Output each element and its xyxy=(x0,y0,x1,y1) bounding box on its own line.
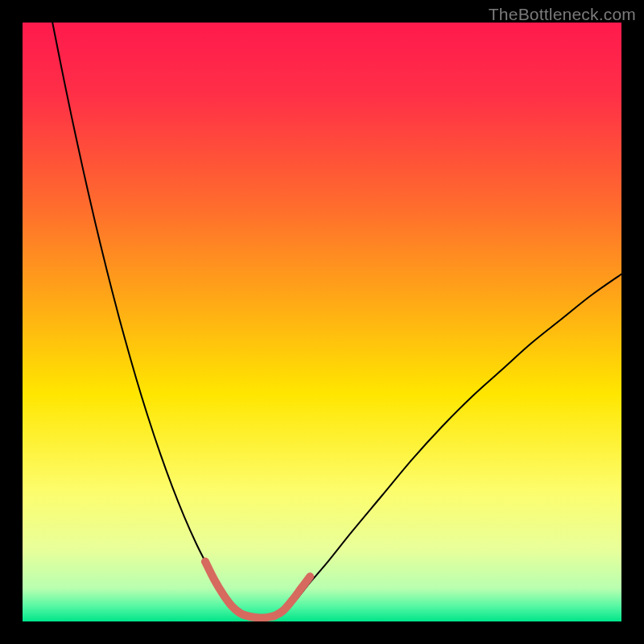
series-valley-highlight-right xyxy=(274,576,310,616)
series-left-branch xyxy=(52,23,232,606)
chart-frame: TheBottleneck.com xyxy=(0,0,644,644)
watermark-text: TheBottleneck.com xyxy=(489,5,636,24)
series-valley-highlight-left xyxy=(205,562,250,617)
curve-layer xyxy=(23,23,621,621)
plot-area xyxy=(23,23,621,621)
series-right-branch xyxy=(289,274,621,606)
